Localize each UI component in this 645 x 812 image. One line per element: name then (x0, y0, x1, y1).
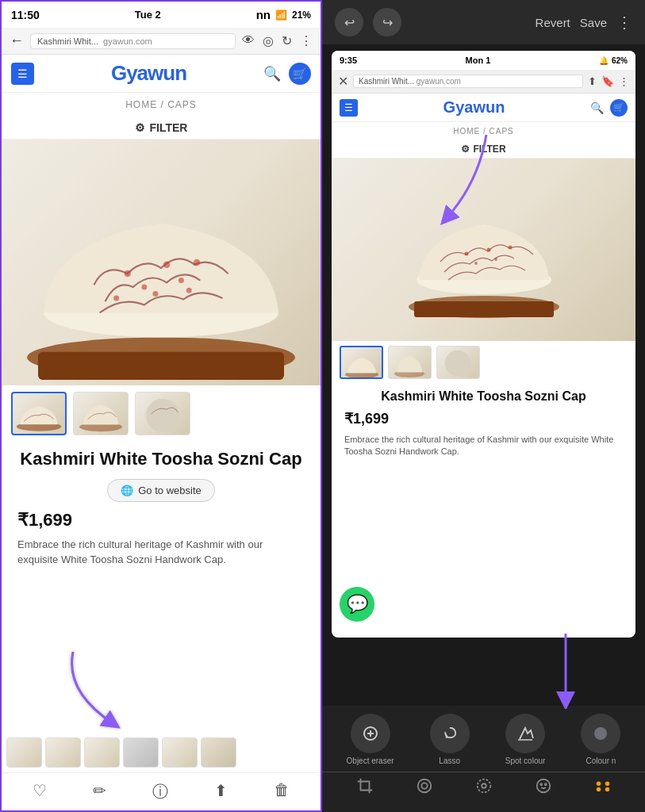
gyawun-logo-left: Gyawun (111, 61, 186, 86)
object-eraser-label: Object eraser (347, 756, 394, 765)
strip-thumb-4[interactable] (123, 737, 159, 768)
menu-icon: ☰ (17, 67, 28, 80)
edit-icon[interactable]: ✏ (93, 781, 106, 802)
colour-n-label: Colour n (586, 756, 616, 765)
lens-icon[interactable]: 👁 (242, 33, 255, 48)
browser-icons-left: 👁 ◎ ↻ ⋮ (242, 33, 313, 48)
revert-button[interactable]: Revert (536, 16, 570, 29)
object-eraser-icon (351, 714, 390, 753)
svg-point-32 (482, 783, 486, 788)
breadcrumb-left: HOME / CAPS (2, 93, 321, 117)
url-bar-left[interactable]: Kashmiri Whit... gyawun.com (30, 33, 236, 49)
svg-point-6 (141, 284, 147, 289)
thumbnails-left (2, 385, 321, 442)
svg-point-24 (445, 350, 470, 376)
svg-point-5 (194, 259, 200, 266)
eye-icon[interactable]: ◎ (263, 33, 274, 48)
thumbnail-strip-left (2, 734, 321, 771)
left-phone-panel: 11:50 Tue 2 nn 📶 21% ← Kashmiri Whit... … (0, 0, 322, 812)
share-icon[interactable]: ⬆ (214, 781, 228, 802)
inner-search-icon[interactable]: 🔍 (590, 102, 604, 114)
menu-button-left[interactable]: ☰ (11, 63, 34, 85)
thumb-1[interactable] (11, 392, 67, 435)
thumb-2[interactable] (73, 392, 129, 435)
inner-menu-button[interactable]: ☰ (340, 99, 358, 117)
cart-icon[interactable]: 🛒 (289, 63, 311, 85)
svg-point-35 (544, 783, 546, 785)
filter-icon[interactable] (416, 777, 433, 799)
inner-thumb-1[interactable] (340, 346, 383, 379)
svg-point-8 (113, 296, 119, 301)
lasso-label: Lasso (439, 756, 460, 765)
price-left: ₹1,699 (2, 507, 321, 534)
purple-arrow-left (49, 644, 144, 739)
inner-price: ₹1,699 (332, 407, 635, 431)
more-tools-icon[interactable] (594, 777, 612, 799)
svg-rect-15 (414, 301, 554, 317)
lasso-tool[interactable]: Lasso (430, 714, 470, 765)
inner-cart-icon[interactable]: 🛒 (610, 99, 628, 117)
more-icon[interactable]: ⋮ (300, 33, 313, 48)
inner-more-icon[interactable]: ⋮ (619, 75, 629, 87)
adjust-icon[interactable] (475, 777, 493, 799)
inner-day: Mon 1 (466, 56, 491, 65)
inner-thumbnails (332, 341, 635, 384)
info-icon[interactable]: ⓘ (152, 781, 168, 802)
save-button[interactable]: Save (580, 16, 607, 29)
rotate-icon[interactable]: ↻ (282, 33, 292, 48)
inner-header-icons: 🔍 🛒 (590, 99, 628, 117)
strip-thumb-5[interactable] (162, 737, 198, 768)
strip-thumb-2[interactable] (45, 737, 81, 768)
strip-thumb-6[interactable] (201, 737, 236, 768)
inner-share-icon[interactable]: ⬆ (588, 75, 597, 87)
spot-colour-tool[interactable]: Spot colour (505, 714, 546, 765)
inner-close-button[interactable]: ✕ (338, 74, 348, 89)
svg-point-10 (186, 288, 192, 293)
undo-button[interactable]: ↩ (335, 8, 363, 36)
inner-bookmark-icon[interactable]: 🔖 (601, 75, 614, 87)
inner-browser-icons: ⬆ 🔖 ⋮ (588, 75, 629, 87)
tools-row: Object eraser Lasso Spot (322, 714, 645, 772)
svg-point-13 (146, 399, 179, 432)
url-site: gyawun.com (103, 36, 152, 46)
sticker-icon[interactable] (535, 777, 552, 799)
svg-point-30 (421, 783, 427, 788)
right-phone-panel: ↩ ↪ Revert Save ⋮ 9:35 Mon 1 🔔 62% ✕ Kas… (322, 0, 645, 812)
heart-icon[interactable]: ♡ (33, 781, 47, 802)
inner-thumb-3[interactable] (436, 346, 480, 379)
bottom-icons-row (322, 772, 645, 807)
svg-point-38 (596, 787, 601, 792)
strip-thumb-3[interactable] (84, 737, 120, 768)
strip-thumb-1[interactable] (6, 737, 42, 768)
inner-time: 9:35 (340, 56, 357, 65)
top-toolbar: ↩ ↪ Revert Save ⋮ (322, 0, 645, 44)
more-button[interactable]: ⋮ (616, 13, 632, 32)
object-eraser-tool[interactable]: Object eraser (347, 714, 394, 765)
search-icon[interactable]: 🔍 (263, 65, 281, 82)
battery-icon: 📶 (275, 10, 287, 21)
thumb-3[interactable] (135, 392, 190, 435)
colour-n-tool[interactable]: Colour n (581, 714, 620, 765)
redo-button[interactable]: ↪ (373, 8, 401, 36)
inner-thumb-2[interactable] (388, 346, 432, 379)
svg-point-29 (417, 779, 431, 793)
svg-point-34 (540, 783, 542, 785)
back-button[interactable]: ← (10, 33, 24, 49)
day-display: Tue 2 (135, 9, 161, 21)
visit-website-button[interactable]: 🌐 Go to website (107, 479, 215, 502)
visit-website-label: Go to website (138, 485, 202, 496)
whatsapp-button[interactable]: 💬 (340, 587, 374, 622)
filter-label: FILTER (150, 121, 188, 134)
svg-point-20 (474, 262, 478, 265)
inner-url-bar[interactable]: Kashmiri Whit... gyawun.com (353, 75, 583, 88)
svg-point-7 (179, 278, 184, 283)
svg-point-17 (464, 252, 468, 256)
svg-point-18 (486, 248, 490, 252)
bottom-actions-left: ♡ ✏ ⓘ ⬆ 🗑 (2, 772, 321, 810)
inner-product-title: Kashmiri White Toosha Sozni Cap (332, 384, 635, 407)
crop-icon[interactable] (356, 777, 374, 799)
svg-point-37 (605, 782, 609, 787)
svg-point-33 (536, 779, 550, 793)
filter-bar-left[interactable]: ⚙ FILTER (2, 117, 321, 140)
delete-icon[interactable]: 🗑 (274, 781, 290, 802)
